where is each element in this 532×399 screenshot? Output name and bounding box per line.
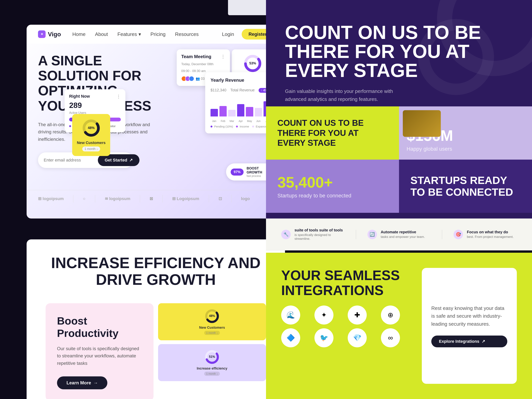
integration-icon-2: ✦ — [314, 305, 333, 324]
newcust-period: 1 month ↓ — [82, 146, 100, 152]
new-customers-card: 48% New Customers 1 month ↓ — [72, 114, 110, 156]
avatar-3 — [189, 76, 194, 81]
chevron-down-icon: ▾ — [139, 31, 141, 37]
new-customers-mini-card: 48% New Customers 1 month ↓ — [158, 303, 266, 340]
integration-icon-8: ∞ — [381, 328, 400, 347]
stat-card-156m: $156M Happy global users — [399, 106, 532, 160]
divider-6 — [231, 195, 232, 203]
stat-card-startups: STARTUPS READY TO BE CONNECTED — [399, 160, 532, 213]
logo-strip: ⊞ logoipsum ○ ≋ logoipsum ⊠ ⊞ Logoipsum … — [27, 190, 285, 207]
logo-4: ⊠ — [150, 196, 153, 201]
feature-2-text: Automate repetitive tasks and empower yo… — [381, 230, 425, 239]
integrations-section: YOUR SEAMLESS INTEGRATIONS 🌊 ✦ ✚ ⊕ 🔷 🐦 💎… — [266, 253, 532, 399]
feature-1: 🔧 suite of tools suite of tools is speci… — [281, 228, 344, 241]
boost-prod-title: Boost Productivity — [57, 315, 142, 339]
feature-2-icon: 🔄 — [367, 230, 377, 239]
bar-jan — [210, 109, 218, 116]
divider-5 — [209, 195, 209, 203]
bar-feb — [219, 106, 227, 116]
boost-productivity-card: Boost Productivity Our suite of tools is… — [46, 303, 153, 399]
logo-2: ○ — [83, 196, 85, 201]
newcust-mini-donut: 48% — [204, 309, 220, 324]
navbar: ✦ Vigo Home About Features ▾ Pricing Res… — [27, 25, 285, 44]
stat-35400-sub: Startups ready to be connected — [277, 193, 388, 199]
nav-resources[interactable]: Resources — [175, 31, 199, 37]
feature-2: 🔄 Automate repetitive tasks and empower … — [367, 230, 431, 239]
feature-3-icon: 🎯 — [454, 230, 463, 239]
boost-info: BOOST GROWTH fast process — [247, 166, 267, 177]
nav-home[interactable]: Home — [72, 31, 86, 37]
rightnow-menu-icon[interactable]: ⋮ — [116, 94, 121, 100]
login-button[interactable]: Login — [222, 31, 234, 37]
learn-more-button[interactable]: Learn More → — [57, 376, 107, 389]
logo[interactable]: ✦ Vigo — [38, 30, 61, 38]
stat-card-35400: 35,400+ Startups ready to be connected — [266, 160, 399, 213]
integration-icon-7: 💎 — [348, 328, 367, 347]
arrow-icon: ↗ — [482, 339, 485, 344]
meeting-count: 👥 03 — [196, 76, 205, 81]
meeting-date: Today, December 08th — [181, 62, 225, 66]
feature-3: 🎯 Focus on what they do best. From proje… — [454, 230, 517, 239]
logo-text: Vigo — [48, 31, 61, 38]
eff-mini-period: 1 month ↓ — [204, 372, 220, 376]
svg-text:51%: 51% — [209, 355, 215, 358]
logo-3: ≋ logoipsum — [105, 196, 130, 201]
stat-card-count-on-us: COUNT ON US TO BE THERE FOR YOU AT EVERY… — [266, 106, 399, 160]
arrow-icon: ↗ — [129, 158, 133, 163]
boost-label: BOOST GROWTH — [247, 166, 267, 174]
integrations-text: Rest easy knowing that your data is safe… — [431, 304, 507, 328]
svg-text:48%: 48% — [88, 126, 95, 130]
feature-1-icon: 🔧 — [281, 230, 291, 239]
stat-35400: 35,400+ — [277, 174, 388, 191]
integration-icon-5: 🔷 — [281, 328, 300, 347]
meeting-menu-icon[interactable]: ⋮ — [221, 54, 225, 59]
bar-mar — [228, 110, 236, 116]
meeting-avatars — [181, 76, 193, 81]
integration-icon-3: ✚ — [348, 305, 367, 324]
bottom-cards-grid: Boost Productivity Our suite of tools is… — [46, 303, 266, 399]
deco-circle-2 — [418, 19, 494, 95]
integrations-left: YOUR SEAMLESS INTEGRATIONS 🌊 ✦ ✚ ⊕ 🔷 🐦 💎… — [281, 268, 410, 384]
increase-efficiency-card: 51% Increase efficiency 1 month ↓ — [158, 344, 266, 381]
newcust-donut: 48% — [82, 119, 101, 138]
svg-text:53%: 53% — [249, 61, 256, 65]
returning-donut: 53% — [243, 54, 262, 73]
newcust-mini-label: New Customers — [199, 326, 225, 330]
arrow-icon: → — [93, 380, 98, 386]
get-started-button[interactable]: Get Started ↗ — [98, 154, 139, 166]
explore-integrations-button[interactable]: Explore Integrations ↗ — [431, 336, 507, 347]
integration-icon-1: 🌊 — [281, 305, 300, 324]
meeting-title: Team Meeting — [181, 54, 211, 59]
stat-cta-title: COUNT ON US TO BE THERE FOR YOU AT EVERY… — [277, 118, 388, 148]
stat-amount-156m-sub: Happy global users — [407, 146, 524, 152]
right-hero-sub: Gain valuable insights into your perform… — [285, 87, 399, 103]
bottom-left-section: INCREASE EFFICIENCY AND DRIVE GROWTH Boo… — [27, 239, 285, 399]
logo-7: logo — [241, 196, 250, 201]
newcust-mini-period: 1 month ↓ — [204, 331, 220, 335]
logo-5: ⊞ Logoipsum — [172, 196, 199, 201]
right-mini-cards: 48% New Customers 1 month ↓ 51% Increase… — [158, 303, 266, 399]
divider-3 — [140, 195, 140, 203]
nav-pricing[interactable]: Pricing — [151, 31, 165, 37]
efficiency-title: INCREASE EFFICIENCY AND DRIVE GROWTH — [46, 255, 266, 288]
logo-icon: ✦ — [38, 30, 46, 38]
divider-2 — [95, 195, 95, 203]
boost-prod-text: Our suite of tools is specifically desig… — [57, 345, 142, 367]
feature-3-text: Focus on what they do best. From project… — [467, 230, 513, 239]
startups-title: STARTUPS READY TO BE CONNECTED — [410, 174, 521, 198]
nav-about[interactable]: About — [95, 31, 108, 37]
integration-icon-4: ⊕ — [381, 305, 400, 324]
integrations-icons-grid: 🌊 ✦ ✚ ⊕ 🔷 🐦 💎 ∞ — [281, 305, 410, 347]
email-input[interactable] — [44, 158, 96, 163]
stats-grid: COUNT ON US TO BE THERE FOR YOU AT EVERY… — [266, 106, 532, 213]
rightnow-count: 289 — [69, 101, 121, 110]
revenue-label: Total Revenue — [230, 88, 255, 92]
eff-mini-donut: 51% — [204, 349, 220, 365]
feature-1-text: suite of tools suite of tools is specifi… — [294, 228, 344, 241]
nav-features[interactable]: Features ▾ — [117, 31, 141, 37]
boost-sub: fast process — [247, 174, 267, 177]
logo-1: ⊞ logoipsum — [38, 196, 64, 201]
newcust-label: New Customers — [77, 141, 106, 145]
features-strip: 🔧 suite of tools suite of tools is speci… — [266, 218, 532, 250]
bar-may — [246, 107, 253, 116]
